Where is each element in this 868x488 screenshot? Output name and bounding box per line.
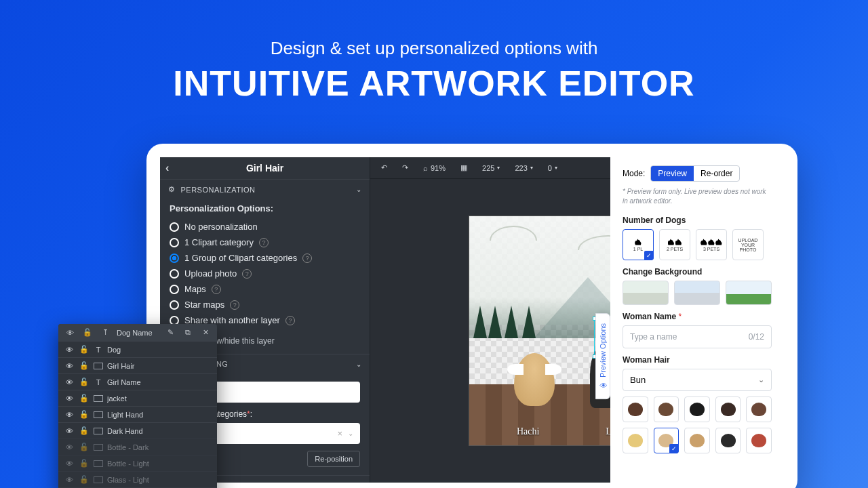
visibility-toggle[interactable]: 👁 (64, 443, 75, 451)
layer-row[interactable]: 👁 🔓 Bottle - Dark (58, 439, 217, 455)
lock-toggle[interactable]: 🔓 (79, 361, 90, 370)
mode-label: Mode: (623, 169, 645, 178)
dog-count-option[interactable]: 1 PL✓ (623, 229, 654, 260)
personalization-option[interactable]: Maps ? (170, 281, 360, 297)
layer-name: Girl Hair (107, 362, 212, 370)
hair-swatch[interactable] (746, 396, 772, 422)
undo-button[interactable]: ↶ (377, 162, 391, 174)
hair-swatch[interactable] (623, 428, 648, 453)
back-icon[interactable]: ‹ (165, 162, 169, 174)
lock-toggle[interactable]: 🔓 (79, 475, 90, 484)
preview-options-tab[interactable]: 👁 Preview Options (595, 313, 610, 399)
visibility-toggle[interactable]: 👁 (64, 411, 75, 419)
radio-icon (170, 269, 179, 279)
check-icon: ✓ (669, 444, 679, 453)
help-icon[interactable]: ? (285, 316, 295, 325)
dog-art (514, 353, 555, 406)
hair-swatch[interactable] (715, 428, 741, 453)
lock-toggle[interactable]: 🔓 (79, 410, 90, 419)
bg-option-2[interactable] (674, 281, 720, 305)
zoom-control[interactable]: ⌕ 91% (419, 163, 450, 174)
hair-swatch[interactable]: ✓ (654, 428, 679, 453)
visibility-toggle[interactable]: 👁 (64, 476, 75, 484)
image-layer-icon (94, 444, 103, 451)
help-icon[interactable]: ? (259, 238, 269, 247)
text-layer-icon: T (94, 378, 103, 386)
help-icon[interactable]: ? (212, 285, 221, 294)
height-field[interactable]: 223▾ (511, 163, 536, 174)
edit-icon[interactable]: ✎ (164, 328, 176, 337)
eye-icon[interactable]: 👁 (64, 329, 76, 337)
chevron-down-icon: ⌄ (356, 361, 362, 368)
option-label: Upload photo (184, 268, 237, 279)
close-icon[interactable]: ✕ (199, 328, 212, 337)
duplicate-icon[interactable]: ⧉ (182, 328, 194, 337)
layer-row[interactable]: 👁 🔓 Dark Hand (58, 422, 217, 439)
hair-swatch[interactable] (746, 428, 772, 453)
personalization-option[interactable]: Star maps ? (170, 297, 360, 312)
layer-row[interactable]: 👁 🔓 Bottle - Light (58, 455, 217, 471)
panel-header: ‹ Girl Hair (160, 157, 370, 180)
char-counter: 0/12 (749, 332, 764, 342)
help-icon[interactable]: ? (302, 253, 312, 263)
upload-photo-option[interactable]: UPLOADYOURPHOTO (732, 229, 764, 260)
hair-swatch[interactable] (654, 396, 679, 422)
hero-tagline: Design & set up personalized options wit… (0, 38, 868, 59)
hair-swatch[interactable] (623, 396, 648, 422)
layers-panel: 👁 🔓 ⤒ Dog Name ✎ ⧉ ✕ 👁 🔓 T Dog👁 🔓 Girl H… (58, 324, 217, 488)
reposition-button[interactable]: Re-position (307, 451, 360, 467)
visibility-toggle[interactable]: 👁 (64, 394, 75, 403)
personalization-option[interactable]: 1 Clipart category ? (170, 235, 360, 250)
radio-icon (170, 253, 179, 263)
layer-row[interactable]: 👁 🔓 Girl Hair (58, 357, 217, 373)
section-personalization[interactable]: ⚙ PERSONALIZATION ⌄ (160, 180, 370, 199)
dog-count-option[interactable]: 3 PETS (696, 229, 727, 260)
personalization-option[interactable]: Upload photo ? (170, 266, 360, 281)
redo-button[interactable]: ↷ (398, 162, 412, 174)
layer-row[interactable]: 👁 🔓 T Girl Name (58, 373, 217, 390)
rotation-field[interactable]: 0▾ (544, 163, 561, 174)
mode-preview[interactable]: Preview (651, 166, 694, 181)
width-field[interactable]: 225▾ (478, 163, 504, 174)
chevron-down-icon: ⌄ (356, 186, 362, 193)
visibility-toggle[interactable]: 👁 (64, 378, 75, 386)
woman-name-input[interactable]: Type a name 0/12 (623, 325, 772, 348)
bg-option-1[interactable] (623, 281, 669, 305)
hair-swatch[interactable] (684, 396, 710, 422)
layer-name: Glass - Light (107, 476, 212, 484)
zoom-icon: ⌕ (423, 164, 428, 172)
visibility-toggle[interactable]: 👁 (64, 362, 75, 370)
layer-row[interactable]: 👁 🔓 jacket (58, 390, 217, 406)
help-icon[interactable]: ? (230, 300, 239, 310)
layer-name: Dog (107, 346, 212, 354)
lock-toggle[interactable]: 🔓 (79, 345, 90, 354)
woman-hair-select[interactable]: Bun ⌄ (623, 369, 772, 391)
personalization-option[interactable]: No personalization (170, 219, 360, 235)
mode-reorder[interactable]: Re-order (694, 166, 739, 181)
visibility-toggle[interactable]: 👁 (64, 346, 75, 354)
lock-toggle[interactable]: 🔓 (79, 443, 90, 451)
grid-toggle[interactable]: ▦ (456, 162, 471, 174)
bg-option-3[interactable] (726, 281, 772, 305)
visibility-toggle[interactable]: 👁 (64, 460, 75, 468)
radio-icon (170, 300, 179, 310)
personalization-option[interactable]: 1 Group of Clipart categories ? (170, 250, 360, 266)
radio-icon (170, 285, 179, 294)
preview-note: * Preview form only. Live preview does n… (623, 187, 772, 206)
clear-icon[interactable]: × (337, 428, 342, 439)
lock-toggle[interactable]: 🔓 (79, 378, 90, 386)
visibility-toggle[interactable]: 👁 (64, 427, 75, 435)
hair-swatch[interactable] (715, 396, 741, 422)
text-type-icon: ⤒ (99, 328, 111, 337)
hair-swatch[interactable] (684, 428, 710, 453)
layer-row[interactable]: 👁 🔓 T Dog (58, 341, 217, 357)
help-icon[interactable]: ? (242, 269, 252, 279)
dog-count-option[interactable]: 2 PETS (659, 229, 690, 260)
layer-name: Dark Hand (107, 427, 212, 435)
lock-toggle[interactable]: 🔓 (79, 459, 90, 468)
lock-toggle[interactable]: 🔓 (79, 394, 90, 403)
lock-icon[interactable]: 🔓 (81, 328, 94, 337)
layer-row[interactable]: 👁 🔓 Glass - Light (58, 471, 217, 487)
layer-row[interactable]: 👁 🔓 Light Hand (58, 406, 217, 422)
lock-toggle[interactable]: 🔓 (79, 426, 90, 435)
